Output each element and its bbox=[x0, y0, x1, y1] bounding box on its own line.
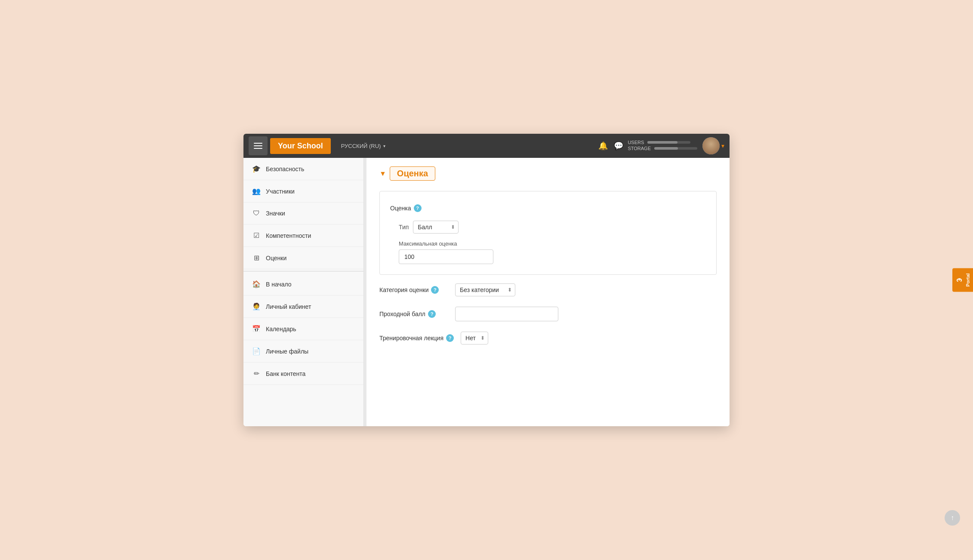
sidebar-label-bezopasnost: Безопасность bbox=[266, 166, 304, 172]
school-logo[interactable]: Your School bbox=[270, 138, 331, 154]
type-row: Тип Балл Буква Слово Проценты bbox=[390, 221, 706, 234]
sidebar-item-otsenki[interactable]: ⊞ Оценки bbox=[243, 247, 363, 269]
sidebar-label-uchastniki: Участники bbox=[266, 188, 295, 195]
user-stats: USERS STORAGE bbox=[628, 140, 697, 152]
sidebar-label-v-nachalo: В начало bbox=[266, 281, 292, 288]
sidebar-item-bezopasnost[interactable]: 🎓 Безопасность bbox=[243, 158, 363, 180]
file-icon: 📄 bbox=[252, 347, 261, 355]
browser-window: Your School РУССКИЙ (RU) ▾ 🔔 💬 USERS STO… bbox=[243, 134, 730, 426]
sidebar-item-bank-kontenta[interactable]: ✏ Банк контента bbox=[243, 363, 363, 385]
hamburger-icon bbox=[254, 143, 262, 149]
type-select-wrapper: Балл Буква Слово Проценты bbox=[413, 221, 459, 234]
calendar-icon: 📅 bbox=[252, 325, 261, 333]
lang-dropdown-arrow: ▾ bbox=[383, 144, 385, 148]
grade-label-row: Оценка ? bbox=[390, 202, 706, 212]
pencil-icon: ✏ bbox=[252, 369, 261, 378]
practice-lecture-label: Тренировочная лекция ? bbox=[379, 334, 454, 342]
storage-label: STORAGE bbox=[628, 146, 651, 151]
practice-lecture-select[interactable]: Нет Да bbox=[461, 332, 488, 345]
category-form-row: Категория оценки ? Без категории bbox=[379, 283, 717, 296]
grade-help-icon[interactable]: ? bbox=[414, 204, 422, 212]
max-grade-row: Максимальная оценка bbox=[390, 240, 706, 264]
sidebar-label-lichnye-fayly: Личные файлы bbox=[266, 348, 308, 355]
sidebar-item-znachki[interactable]: 🛡 Значки bbox=[243, 203, 363, 225]
users-progress-fill bbox=[647, 141, 677, 144]
portal-icon: € bbox=[955, 278, 963, 282]
main-area: 🎓 Безопасность 👥 Участники 🛡 Значки ☑ Ко… bbox=[243, 158, 730, 426]
check-icon: ☑ bbox=[252, 231, 261, 240]
portal-label: Portal bbox=[965, 273, 970, 286]
category-label: Категория оценки ? bbox=[379, 286, 448, 294]
scroll-top-button[interactable]: ↑ bbox=[945, 510, 960, 526]
sidebar-item-kompetentnosti[interactable]: ☑ Компетентности bbox=[243, 225, 363, 247]
hamburger-button[interactable] bbox=[249, 136, 268, 155]
storage-progress-fill bbox=[654, 147, 678, 150]
section-toggle-button[interactable]: ▼ bbox=[379, 170, 386, 178]
user-menu-arrow[interactable]: ▾ bbox=[721, 142, 724, 149]
users-progress-bar bbox=[647, 141, 690, 144]
profile-icon: 🧑‍💼 bbox=[252, 302, 261, 311]
graduation-icon: 🎓 bbox=[252, 165, 261, 173]
sidebar-label-kompetentnosti: Компетентности bbox=[266, 232, 311, 239]
grade-field-label: Оценка ? bbox=[390, 202, 459, 212]
sidebar-label-otsenki: Оценки bbox=[266, 255, 286, 262]
sidebar-item-lichnyy-kabinet[interactable]: 🧑‍💼 Личный кабинет bbox=[243, 295, 363, 318]
shield-icon: 🛡 bbox=[252, 209, 261, 217]
category-help-icon[interactable]: ? bbox=[431, 286, 439, 294]
passing-grade-label: Проходной балл ? bbox=[379, 310, 448, 318]
section-header: ▼ Оценка bbox=[379, 166, 717, 181]
category-select-wrapper: Без категории bbox=[455, 283, 515, 296]
sidebar-item-lichnye-fayly[interactable]: 📄 Личные файлы bbox=[243, 340, 363, 363]
sidebar-label-lichnyy-kabinet: Личный кабинет bbox=[266, 303, 311, 310]
user-avatar[interactable] bbox=[702, 137, 720, 154]
sidebar-item-uchastniki[interactable]: 👥 Участники bbox=[243, 180, 363, 203]
type-label: Тип bbox=[399, 224, 409, 231]
sidebar-item-v-nachalo[interactable]: 🏠 В начало bbox=[243, 273, 363, 295]
max-grade-input[interactable] bbox=[399, 249, 493, 264]
sidebar: 🎓 Безопасность 👥 Участники 🛡 Значки ☑ Ко… bbox=[243, 158, 364, 426]
passing-grade-input[interactable] bbox=[455, 307, 558, 321]
grid-icon: ⊞ bbox=[252, 254, 261, 262]
sidebar-label-kalendar: Календарь bbox=[266, 326, 296, 332]
type-select[interactable]: Балл Буква Слово Проценты bbox=[413, 221, 459, 234]
section-title: Оценка bbox=[390, 166, 435, 181]
users-label: USERS bbox=[628, 140, 644, 145]
notifications-icon[interactable]: 🔔 bbox=[598, 141, 608, 151]
category-select[interactable]: Без категории bbox=[455, 283, 515, 296]
passing-grade-help-icon[interactable]: ? bbox=[428, 310, 436, 318]
practice-lecture-help-icon[interactable]: ? bbox=[446, 334, 454, 342]
max-grade-label: Максимальная оценка bbox=[399, 240, 706, 247]
portal-tab[interactable]: Portal € bbox=[952, 268, 973, 292]
nav-icons: 🔔 💬 bbox=[598, 141, 623, 151]
passing-grade-form-row: Проходной балл ? bbox=[379, 307, 717, 321]
home-icon: 🏠 bbox=[252, 280, 261, 288]
practice-lecture-select-wrapper: Нет Да bbox=[461, 332, 488, 345]
users-icon: 👥 bbox=[252, 187, 261, 195]
top-nav: Your School РУССКИЙ (RU) ▾ 🔔 💬 USERS STO… bbox=[243, 134, 730, 158]
practice-lecture-form-row: Тренировочная лекция ? Нет Да bbox=[379, 332, 717, 345]
grade-form-section: Оценка ? Тип Балл Буква Слово Проценты bbox=[379, 191, 717, 275]
sidebar-item-kalendar[interactable]: 📅 Календарь bbox=[243, 318, 363, 340]
language-selector[interactable]: РУССКИЙ (RU) ▾ bbox=[341, 143, 386, 149]
storage-progress-bar bbox=[654, 147, 697, 150]
sidebar-divider bbox=[243, 271, 363, 271]
main-content: ▼ Оценка Оценка ? Тип Балл bbox=[366, 158, 730, 426]
chat-icon[interactable]: 💬 bbox=[614, 141, 623, 151]
sidebar-label-znachki: Значки bbox=[266, 210, 285, 217]
sidebar-label-bank-kontenta: Банк контента bbox=[266, 370, 305, 377]
